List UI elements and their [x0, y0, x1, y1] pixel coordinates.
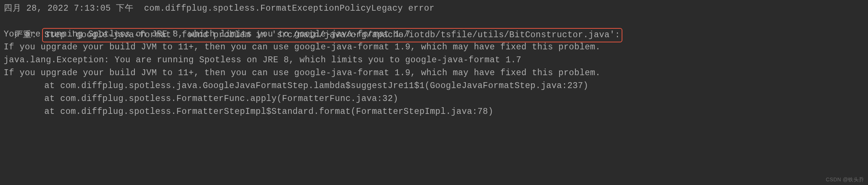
log-stacktrace-line: at com.diffplug.spotless.FormatterStepIm…: [4, 105, 864, 118]
log-severe-line: 严重: Step 'google-java-format' found prob…: [4, 15, 864, 28]
log-message-line: If you upgrade your build JVM to 11+, th…: [4, 41, 864, 54]
log-exception-line: java.lang.Exception: You are running Spo…: [4, 54, 864, 67]
log-timestamp-line: 四月 28, 2022 7:13:05 下午 com.diffplug.spot…: [4, 2, 864, 15]
log-stacktrace-line: at com.diffplug.spotless.java.GoogleJava…: [4, 80, 864, 92]
log-stacktrace-line: at com.diffplug.spotless.FormatterFunc.a…: [4, 92, 864, 105]
log-message-line: If you upgrade your build JVM to 11+, th…: [4, 67, 864, 80]
